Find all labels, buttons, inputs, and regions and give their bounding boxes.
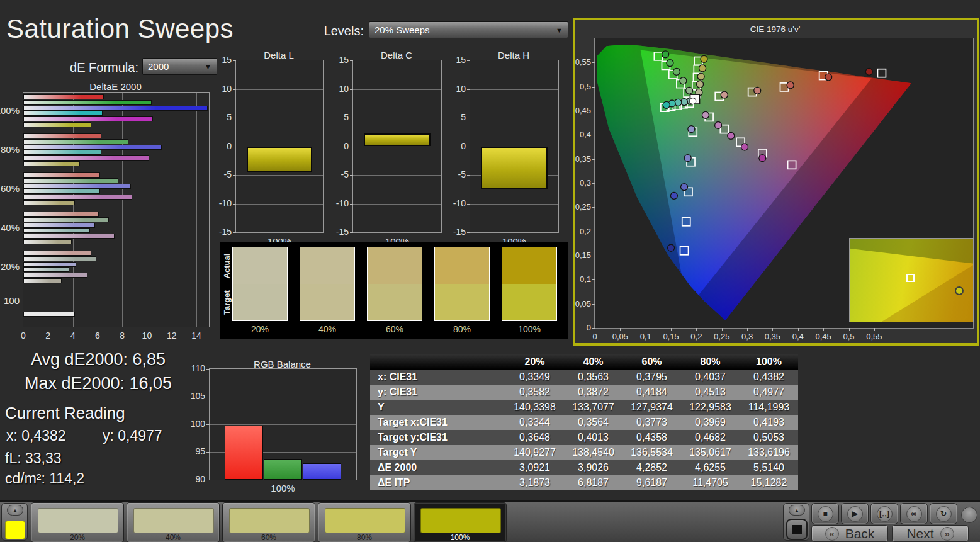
table-cell: 114,1993 [740, 400, 798, 415]
patch-level-button-40%[interactable]: 40% [127, 503, 219, 542]
table-row: ΔE ITP3,18736,81879,618711,470515,1282 [370, 475, 798, 490]
measured-point-cyan [663, 101, 670, 108]
scroll-up-button[interactable]: ▲ [7, 505, 23, 516]
back-button[interactable]: « Back [812, 526, 887, 541]
table-cell: 0,4682 [681, 430, 740, 445]
gridline [236, 204, 323, 205]
next-button[interactable]: Next » [893, 526, 968, 541]
bar [23, 267, 69, 272]
axis-tick [467, 60, 470, 61]
axis-tick [595, 328, 595, 331]
gridline [196, 93, 197, 327]
measured-point-green [673, 68, 680, 75]
bar [364, 133, 431, 147]
table-cell: 3,0921 [505, 460, 564, 475]
measured-point-yellow [697, 73, 704, 80]
axis-tick [233, 204, 236, 205]
table-cell: 0,3773 [622, 415, 681, 430]
table-cell: 138,4540 [564, 445, 622, 460]
y-tick-label: -15 [328, 227, 349, 237]
axis-tick [20, 249, 23, 249]
gridline [353, 175, 441, 176]
bar [247, 147, 313, 172]
axis-tick [592, 279, 595, 280]
actual-swatch [300, 247, 354, 284]
axis-tick [874, 328, 875, 331]
x-tick-label: 0,2 [685, 332, 707, 341]
y-tick-label: 15 [328, 55, 349, 65]
axis-tick [206, 480, 210, 480]
table-cell: 140,9277 [505, 445, 564, 460]
record-button[interactable] [961, 507, 977, 523]
patch-level-button-60%[interactable]: 60% [223, 503, 315, 542]
axis-tick [592, 135, 595, 135]
group-label: 80% [0, 144, 20, 155]
target-swatch [233, 284, 287, 320]
bar-red [225, 426, 263, 480]
axis-tick [350, 232, 353, 233]
target-swatch [502, 284, 556, 320]
bottom-toolbar: ▲ 20%40%60%80%100% ▲ ■▶[‥]∞↻ « Back Next… [0, 500, 980, 542]
bar [23, 94, 104, 99]
table-cell: 0,4513 [681, 385, 740, 400]
column-header: 60% [622, 354, 681, 370]
bar [23, 189, 100, 194]
swatch-pair [300, 247, 355, 321]
axis-tick [592, 183, 595, 184]
table-row: Target y:CIE310,36480,40130,43580,46820,… [370, 430, 798, 445]
patch-color-swatch [229, 508, 310, 533]
gridline [98, 93, 98, 327]
axis-tick [20, 288, 23, 288]
loop-icon: ↻ [936, 506, 952, 522]
actual-swatch [368, 247, 422, 284]
x-tick-label: 8 [115, 330, 130, 341]
group-label: 100% [0, 105, 20, 116]
bar [23, 172, 100, 178]
actual-swatch [233, 247, 287, 284]
axis-tick [467, 175, 470, 176]
y-tick-label: 105 [183, 391, 205, 401]
table-cell: 135,0617 [681, 445, 740, 460]
gridline [353, 204, 441, 205]
patch-color-swatch [38, 508, 118, 533]
target-swatch [435, 284, 489, 320]
measured-point-magenta [759, 155, 766, 162]
de-formula-value: 2000 [148, 61, 169, 72]
row-label: ΔE ITP [370, 475, 505, 490]
stop-button[interactable]: ■ [812, 504, 838, 524]
de-formula-dropdown[interactable]: 2000 ▼ [142, 58, 217, 75]
continuous-button[interactable]: ∞ [901, 504, 927, 524]
y-tick-label: 5 [211, 112, 232, 122]
axis-tick [233, 147, 236, 147]
patch-color-swatch [420, 508, 501, 533]
measure-series-button[interactable]: [‥] [871, 504, 898, 524]
bar [23, 139, 128, 144]
y-tick-label: 10 [445, 84, 466, 94]
scroll-up-button[interactable]: ▲ [789, 505, 805, 516]
table-cell: 0,3563 [564, 370, 622, 385]
table-cell: 133,6196 [740, 445, 798, 460]
row-label: Target y:CIE31 [370, 430, 505, 445]
y-tick-label: 10 [211, 84, 232, 94]
axis-tick [233, 118, 236, 118]
axis-tick [592, 304, 595, 305]
patch-window-button[interactable] [786, 519, 808, 540]
axis-tick [20, 171, 23, 171]
row-label: x: CIE31 [370, 370, 505, 385]
loop-button[interactable]: ↻ [930, 504, 957, 524]
patch-level-button-20%[interactable]: 20% [31, 503, 123, 542]
play-button[interactable]: ▶ [842, 504, 868, 524]
x-tick-label: 100% [210, 483, 356, 494]
axis-tick [20, 132, 23, 132]
x-tick-label: 0 [583, 332, 606, 341]
patch-level-button-100%[interactable]: 100% [414, 503, 506, 542]
y-tick-label: 5 [328, 112, 349, 122]
axis-tick [206, 452, 210, 453]
patch-level-button-80%[interactable]: 80% [318, 503, 410, 542]
axis-tick [233, 232, 236, 233]
levels-dropdown[interactable]: 20% Sweeps ▼ [369, 21, 568, 38]
measured-point-yellow [699, 65, 706, 72]
x-tick-label: 14 [189, 330, 204, 341]
actual-target-swatch-strip: ActualTarget20%40%60%80%100% [220, 242, 568, 339]
axis-tick [467, 232, 470, 233]
